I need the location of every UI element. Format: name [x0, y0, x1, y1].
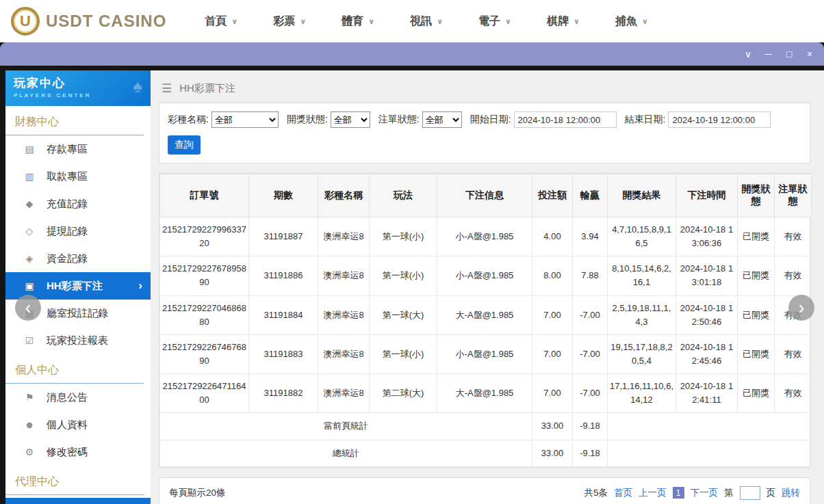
- table-cell: 31191882: [249, 374, 318, 413]
- players-center-subtitle: PLAYERS CENTER: [14, 92, 142, 98]
- nav-item-label: 首頁: [205, 14, 227, 29]
- table-cell: 31191886: [249, 256, 318, 295]
- sidebar-item-deposit[interactable]: ▤存款專區: [5, 135, 151, 163]
- table-row: 215217292267467689031191883澳洲幸运8第一球(小)小-…: [160, 334, 812, 373]
- sidebar-item-label: 消息公告: [47, 391, 88, 404]
- sidebar: 玩家中心 PLAYERS CENTER ♠ 財務中心▤存款專區▥取款專區◆充值記…: [5, 70, 151, 504]
- chevron-down-icon: ∨: [437, 17, 443, 26]
- goto-page-input[interactable]: [740, 486, 760, 500]
- summary-bet-total: 33.00: [532, 440, 573, 466]
- sidebar-item-announcements[interactable]: ⚑消息公告: [5, 384, 151, 411]
- grand-summary-row: 總統計33.00-9.18: [160, 440, 812, 466]
- first-page-link[interactable]: 首页: [614, 487, 632, 499]
- nav-item-label: 電子: [478, 14, 500, 29]
- table-row: 215217292279963372031191887澳洲幸运8第一球(小)小-…: [160, 217, 812, 256]
- sidebar-section-title: 代理中心: [5, 466, 151, 495]
- column-header: 玩法: [370, 174, 437, 217]
- user-icon: ☻: [23, 419, 36, 430]
- table-cell: 大-A盤@1.985: [437, 374, 532, 413]
- brand-logo[interactable]: U USDT CASINO: [11, 7, 166, 36]
- nav-item-5[interactable]: 棋牌∨: [547, 14, 580, 29]
- search-button[interactable]: 查詢: [168, 135, 201, 155]
- table-cell: 7.00: [532, 334, 573, 373]
- sidebar-item-withdrawal-records[interactable]: ◇提現記錄: [5, 217, 151, 245]
- column-header: 下注信息: [437, 174, 532, 217]
- lottery-name-select[interactable]: 全部: [211, 111, 279, 128]
- goto-page-button[interactable]: 跳转: [782, 487, 800, 499]
- table-cell: -7.00: [573, 334, 608, 373]
- sidebar-item-label: 充值記錄: [47, 198, 88, 211]
- table-cell: 3.94: [573, 217, 608, 256]
- goto-page-suffix: 页: [767, 487, 776, 499]
- collapse-icon[interactable]: ∨: [741, 49, 756, 59]
- column-header: 下注時間: [676, 174, 738, 217]
- nav-item-label: 彩票: [273, 14, 295, 29]
- main-nav: 首頁∨彩票∨體育∨視訊∨電子∨棋牌∨捕魚∨: [205, 14, 648, 29]
- hamburger-menu-icon[interactable]: ☰: [162, 81, 172, 96]
- nav-item-0[interactable]: 首頁∨: [205, 14, 237, 29]
- chevron-down-icon: ∨: [300, 17, 306, 26]
- draw-status-select[interactable]: 全部: [331, 111, 370, 128]
- summary-label: 總統計: [160, 440, 532, 466]
- page-summary-row: 當前頁統計33.00-9.18: [160, 413, 812, 440]
- minimize-icon[interactable]: ─: [761, 49, 776, 59]
- gear-icon: ⚙: [23, 447, 36, 457]
- close-icon[interactable]: ×: [802, 49, 817, 59]
- end-date-input[interactable]: [668, 111, 771, 128]
- table-cell: -7.00: [573, 374, 608, 413]
- summary-label: 當前頁統計: [160, 413, 532, 440]
- start-date-input[interactable]: [514, 111, 617, 128]
- table-cell: 有效: [775, 334, 812, 373]
- next-page-link[interactable]: 下一页: [691, 487, 719, 499]
- bet-status-select[interactable]: 全部: [422, 111, 462, 128]
- sidebar-item-change-password[interactable]: ⚙修改密碼: [5, 438, 151, 466]
- deposit-icon: ▤: [23, 144, 36, 155]
- sidebar-item-funds-records[interactable]: ◈資金記錄: [5, 245, 151, 272]
- sidebar-item-label: 修改密碼: [47, 446, 88, 459]
- bell-icon: ⚑: [23, 392, 36, 403]
- total-count-text: 共5条: [584, 487, 608, 499]
- bet-status-label: 注單狀態:: [378, 114, 420, 126]
- nav-item-label: 視訊: [410, 14, 432, 29]
- summary-bet-total: 33.00: [532, 413, 573, 440]
- sidebar-item-withdraw[interactable]: ▥取款專區: [5, 163, 151, 190]
- sidebar-item-recharge-records[interactable]: ◆充值記錄: [5, 190, 151, 217]
- table-cell: 19,15,17,18,8,20,5,4: [608, 334, 676, 373]
- table-cell: 已開獎: [738, 334, 775, 373]
- table-cell: 31191883: [249, 334, 318, 373]
- carousel-right-arrow[interactable]: ›: [788, 295, 814, 321]
- table-cell: 第一球(小): [370, 256, 437, 295]
- nav-item-2[interactable]: 體育∨: [342, 14, 374, 29]
- chevron-down-icon: ∨: [368, 17, 374, 26]
- summary-winloss-total: -9.18: [573, 413, 608, 440]
- nav-item-1[interactable]: 彩票∨: [273, 14, 306, 29]
- sidebar-item-profile[interactable]: ☻個人資料: [5, 411, 151, 438]
- sidebar-item-player-bet-report[interactable]: ☑玩家投注報表: [5, 327, 151, 354]
- table-cell: 17,1,16,11,10,6,14,12: [608, 374, 676, 413]
- lottery-name-label: 彩種名稱:: [168, 114, 209, 126]
- summary-empty: [608, 413, 812, 440]
- table-cell: 已開獎: [738, 256, 775, 295]
- nav-item-4[interactable]: 電子∨: [478, 14, 511, 29]
- withdrawal-record-icon: ◇: [23, 226, 36, 237]
- nav-item-6[interactable]: 捕魚∨: [615, 14, 648, 29]
- chevron-down-icon: ∨: [231, 17, 237, 26]
- table-cell: 小-A盤@1.985: [437, 256, 532, 295]
- table-cell: 已開獎: [738, 217, 775, 256]
- bets-table-card: 訂單號期數彩種名稱玩法下注信息投注額輸贏開獎結果下注時間開獎狀態注單狀態 215…: [159, 173, 810, 468]
- prev-page-link[interactable]: 上一页: [639, 487, 667, 499]
- brand-name: USDT CASINO: [46, 12, 166, 31]
- maximize-icon[interactable]: □: [782, 49, 797, 59]
- nav-item-label: 棋牌: [547, 14, 569, 29]
- workspace: 玩家中心 PLAYERS CENTER ♠ 財務中心▤存款專區▥取款專區◆充值記…: [0, 66, 824, 504]
- sidebar-item-label: 個人資料: [47, 419, 88, 432]
- page-size-text: 每頁顯示20條: [169, 487, 226, 499]
- table-cell: -7.00: [573, 295, 608, 334]
- goto-page-prefix: 第: [724, 487, 734, 499]
- nav-item-3[interactable]: 視訊∨: [410, 14, 443, 29]
- table-cell: 2024-10-18 13:06:36: [676, 217, 738, 256]
- current-page-indicator[interactable]: 1: [673, 487, 684, 499]
- sidebar-item-label: 玩家投注報表: [47, 334, 108, 347]
- table-cell: 2024-10-18 12:41:11: [676, 374, 738, 413]
- table-cell: 有效: [775, 217, 812, 256]
